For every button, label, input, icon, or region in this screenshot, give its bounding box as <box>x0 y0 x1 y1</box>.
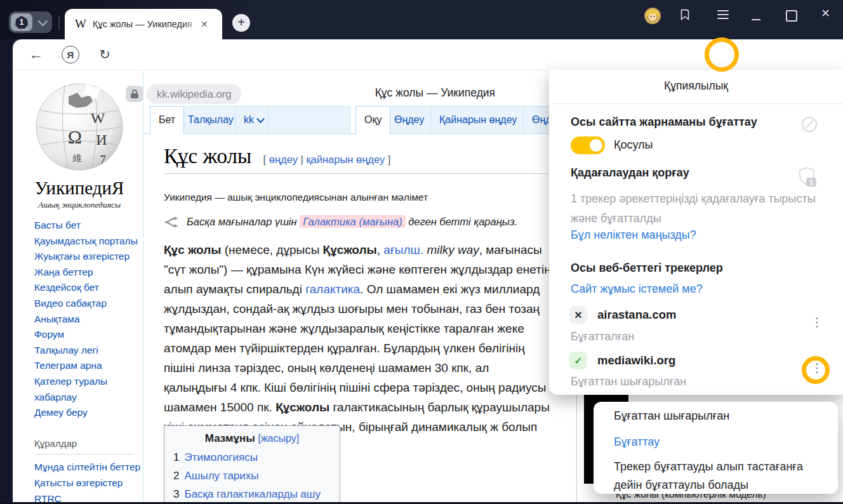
toc-link-history[interactable]: Ашылу тарихы <box>184 470 258 482</box>
infobox-border <box>576 395 577 502</box>
menu-block-action[interactable]: Бұғаттау <box>614 435 660 449</box>
tracker-menu-icon[interactable]: ⋮ <box>811 315 823 329</box>
sidebar-item-what-links-here[interactable]: Мұнда сілтейтін беттер <box>34 460 142 475</box>
toc-item: 1Этимологиясы <box>173 451 331 464</box>
sidebar-item-discussion[interactable]: Талқылау легі <box>34 343 142 359</box>
yandex-logo-icon: Я <box>62 46 79 63</box>
bookmarks-panel-icon[interactable] <box>678 8 693 23</box>
sidebar-item-donate[interactable]: Демеу беру <box>34 405 142 421</box>
sidebar-item-community[interactable]: Қауымдастық порталы <box>34 234 142 249</box>
sidebar-item-telegram[interactable]: Телеграм арна <box>34 358 142 374</box>
wikipedia-wordmark: УикипедиЯ <box>29 178 130 199</box>
toc-link-other-galaxies[interactable]: Басқа галактикаларды ашу <box>184 488 320 500</box>
address-bar[interactable]: kk.wikipedia.org <box>147 84 241 104</box>
new-tab-button[interactable]: + <box>232 14 250 32</box>
back-button[interactable]: ← <box>27 39 46 70</box>
article-paragraph: Құс жолы (немесе, дұрысы Құсжолы, ағылш.… <box>164 240 552 456</box>
hatnote: Басқа мағыналар үшін Галактика (мағына) … <box>164 216 517 228</box>
sidebar-item-related-changes[interactable]: Қатысты өзгерістер <box>34 475 142 491</box>
hatnote-link[interactable]: Галактика (мағына) <box>300 215 405 228</box>
wikipedia-tagline: Ашық энциклопедиясы <box>29 200 130 210</box>
tab-title: Құс жолы — Уикипедия <box>93 19 199 29</box>
site-not-working-link[interactable]: Сайт жұмыс істемей ме? <box>571 282 703 296</box>
wikipedia-favicon: W <box>75 17 86 31</box>
sidebar-item-forum[interactable]: Форум <box>34 327 142 343</box>
menu-icon[interactable] <box>715 8 731 23</box>
tab-edit-source[interactable]: Қайнарын өңдеу <box>430 106 526 133</box>
sidebar-item-random[interactable]: Кездейсоқ бет <box>34 280 142 296</box>
toc-hide-link[interactable]: [жасыру] <box>258 433 299 444</box>
adblock-label: Осы сайтта жарнаманы бұғаттау <box>571 116 757 129</box>
hatnote-prefix: Басқа мағыналар үшін <box>187 216 297 227</box>
toc-link-etymology[interactable]: Этимологиясы <box>184 451 257 463</box>
logo-glyph-omega: Ω <box>68 126 82 147</box>
toc-item: 2Ашылу тарихы <box>173 470 331 482</box>
trackers-header: Осы веб-беттегі трекерлер <box>571 262 723 275</box>
site-security-badge[interactable] <box>126 86 143 102</box>
tab-read[interactable]: Оқу <box>355 106 390 134</box>
table-of-contents: Мазмұны [жасыру] 1Этимологиясы 2Ашылу та… <box>164 425 340 504</box>
tab-variant-empty[interactable] <box>268 106 350 133</box>
avatar-image <box>644 8 661 24</box>
sidebar-item-recent-changes[interactable]: Жуықтағы өзгерістер <box>34 249 142 265</box>
tracker-domain: airastana.com <box>597 308 676 322</box>
tracking-badge: 1 <box>809 179 813 186</box>
menu-note: Трекер бұғаттауды алып тастағанға дейін … <box>614 458 817 494</box>
tab-close-icon[interactable]: ✕ <box>201 19 208 29</box>
link-english[interactable]: ағылш. <box>383 243 423 256</box>
yandex-button[interactable]: Я <box>61 39 80 70</box>
blocked-icon: ✕ <box>569 306 587 324</box>
browser-tab[interactable]: W Құс жолы — Уикипедия ✕ <box>65 9 222 39</box>
edit-source-link[interactable]: қайнарын өңдеу <box>306 154 385 165</box>
tracking-label: Қадағалаудан қорғау <box>571 166 689 180</box>
chevron-down-icon <box>256 115 265 123</box>
panel-divider <box>549 103 843 104</box>
url-text: kk.wikipedia.org <box>157 88 231 100</box>
site-subtitle: Уикипедия — ашық энциклопедиясынан алынғ… <box>164 192 428 203</box>
adblock-toggle[interactable] <box>571 136 605 154</box>
window-close-button[interactable]: ✕ <box>821 6 830 20</box>
tracker-domain: mediawiki.org <box>597 354 675 368</box>
omnibox-page-title: Құс жолы — Уикипедия <box>375 86 495 100</box>
tracking-shield-icon: 1 <box>797 166 819 189</box>
tab-counter-button[interactable]: 1 <box>9 11 52 33</box>
allowed-icon: ✓ <box>569 352 587 369</box>
minimize-button[interactable] <box>752 19 760 20</box>
profile-avatar[interactable] <box>644 8 660 23</box>
link-galaxy[interactable]: галактика <box>305 282 360 296</box>
menu-current-state: Бұғаттан шығарылған <box>614 409 729 423</box>
tracker-status: Бұғатталған <box>571 327 634 347</box>
window-left-edge <box>0 39 13 504</box>
annotation-ring-kebab <box>802 356 830 384</box>
tab-count-shape: 1 <box>11 13 32 31</box>
tracker-context-menu: Бұғаттан шығарылған Бұғаттау Трекер бұға… <box>594 402 838 494</box>
privacy-panel: Құпиялылық Осы сайтта жарнаманы бұғаттау… <box>549 70 843 395</box>
tab-page[interactable]: Бет <box>150 106 184 134</box>
disable-icon <box>802 117 817 132</box>
browser-window: 1 W Құс жолы — Уикипедия ✕ + ✕ ← Я <box>0 0 843 504</box>
tab-talk[interactable]: Талқылау <box>179 106 242 133</box>
logo-glyph-cjk: 維 <box>72 153 83 163</box>
toc-title: Мазмұны <box>205 432 255 444</box>
why-important-link[interactable]: Бұл неліктен маңызды? <box>571 229 696 242</box>
logo-glyph-7: 7 <box>100 153 106 166</box>
wikipedia-logo[interactable]: Ω W И 維 7 УикипедиЯ Ашық энциклопедиясы <box>29 77 130 210</box>
tab-edit[interactable]: Өңдеу <box>385 106 433 133</box>
sidebar-item-video[interactable]: Видео сабақтар <box>34 296 142 312</box>
wiki-sidebar: Ω W И 維 7 УикипедиЯ Ашық энциклопедиясы … <box>13 70 143 504</box>
tab-count: 1 <box>15 16 28 29</box>
tracking-description: 1 трекер әрекеттеріңізді қадағалауға тыр… <box>571 189 831 229</box>
reload-button[interactable]: ↻ <box>95 39 114 70</box>
sidebar-item-main[interactable]: Басты бет <box>34 218 142 234</box>
logo-glyph-w: W <box>91 110 105 126</box>
logo-glyph-i: И <box>96 131 107 148</box>
sidebar-links: Басты бет Қауымдастық порталы Жуықтағы ө… <box>34 218 142 504</box>
sidebar-item-report-errors[interactable]: Қателер туралы хабарлау <box>34 374 129 405</box>
maximize-button[interactable] <box>786 10 797 22</box>
tab-language-variant[interactable]: kk <box>235 106 272 133</box>
adblock-state: Қосулы <box>614 138 653 152</box>
edit-link[interactable]: өңдеу <box>269 154 298 165</box>
sidebar-item-new-pages[interactable]: Жаңа беттер <box>34 265 142 281</box>
sidebar-item-help[interactable]: Анықтама <box>34 312 142 328</box>
annotation-ring-shield <box>705 37 739 72</box>
